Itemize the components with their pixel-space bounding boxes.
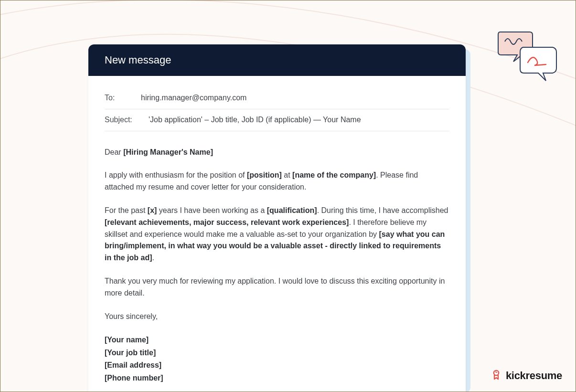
signoff: Yours sincerely, — [105, 311, 449, 323]
signature-phone: [Phone number] — [105, 372, 449, 384]
greeting-line: Dear [Hiring Manager's Name] — [105, 147, 449, 159]
paragraph-2: For the past [x] years I have been worki… — [105, 205, 449, 264]
greeting-placeholder: [Hiring Manager's Name] — [123, 148, 213, 156]
signature-name: [Your name] — [105, 334, 449, 346]
signature-email: [Email address] — [105, 359, 449, 371]
signature-title: [Your job title] — [105, 347, 449, 359]
subject-value[interactable]: 'Job application' – Job title, Job ID (i… — [149, 114, 361, 126]
compose-header: New message — [88, 44, 466, 76]
email-compose-card: New message To: hiring.manager@company.c… — [88, 44, 466, 392]
paragraph-3: Thank you very much for reviewing my app… — [105, 275, 449, 299]
greeting-prefix: Dear — [105, 148, 123, 156]
email-body-text[interactable]: Dear [Hiring Manager's Name] I apply wit… — [105, 147, 449, 384]
to-label: To: — [105, 92, 129, 104]
brand-name: kickresume — [506, 370, 562, 382]
to-row: To: hiring.manager@company.com — [105, 87, 449, 109]
compose-title: New message — [105, 54, 171, 66]
to-value[interactable]: hiring.manager@company.com — [141, 92, 246, 104]
speech-bubble-illustration — [494, 27, 561, 85]
subject-label: Subject: — [105, 114, 137, 126]
brand-icon — [491, 369, 502, 383]
paragraph-1: I apply with enthusiasm for the position… — [105, 170, 449, 193]
svg-point-0 — [494, 371, 499, 375]
brand-logo[interactable]: kickresume — [491, 369, 562, 383]
compose-body: To: hiring.manager@company.com Subject: … — [88, 76, 466, 392]
subject-row: Subject: 'Job application' – Job title, … — [105, 109, 449, 131]
